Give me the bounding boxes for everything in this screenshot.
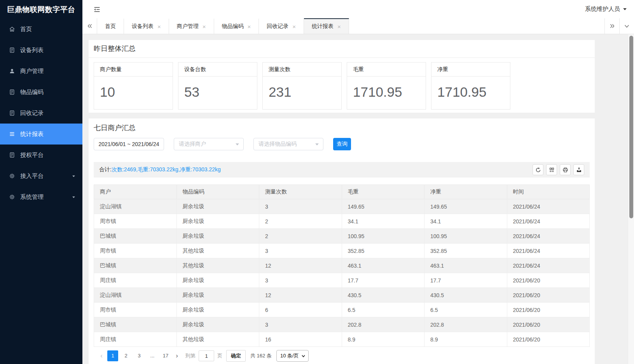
close-tab-icon[interactable]: × <box>292 24 296 30</box>
stat-card-value: 1710.95 <box>431 77 510 108</box>
search-button[interactable]: 查询 <box>333 138 351 150</box>
tab-item-codes[interactable]: 物品编码 × <box>214 18 259 34</box>
close-tab-icon[interactable]: × <box>203 24 206 30</box>
cell-date: 2021/06/24 <box>507 214 590 229</box>
tab-bar: 首页 设备列表 × 商户管理 × 物品编码 × 回收记录 × 统计报表 × <box>82 18 634 34</box>
sidebar-item-label: 系统管理 <box>20 193 44 201</box>
cell-date: 2021/06/20 <box>507 303 590 317</box>
caret-down-icon <box>235 142 239 146</box>
sidebar-item-system-management[interactable]: 系统管理 <box>0 186 82 207</box>
page-number[interactable]: 2 <box>121 350 131 361</box>
sidebar-item-access-platform[interactable]: 接入平台 <box>0 165 82 186</box>
page-size-value: 10 条/页 <box>280 352 299 359</box>
vertical-scrollbar[interactable] <box>628 34 634 364</box>
cell-merchant: 淀山湖镇 <box>94 199 177 214</box>
cell-item-code: 其他垃圾 <box>176 258 259 273</box>
sidebar-item-recycle-records[interactable]: 回收记录 <box>0 103 82 124</box>
sidebar-menu: 首页 设备列表 商户管理 物品编码 回收记录 统计报表 <box>0 19 82 207</box>
caret-down-icon <box>315 142 319 146</box>
page-number[interactable]: 1 <box>107 350 118 361</box>
caret-down-icon <box>72 174 75 178</box>
table-row[interactable]: 周市镇 厨余垃圾 6 6.5 6.5 2021/06/20 <box>94 303 590 317</box>
tabs-dropdown-button[interactable] <box>619 18 634 34</box>
sidebar-item-label: 统计报表 <box>20 131 44 138</box>
refresh-button[interactable] <box>533 164 543 175</box>
cell-merchant: 周庄镇 <box>94 273 177 288</box>
sidebar-item-merchant-management[interactable]: 商户管理 <box>0 61 82 82</box>
close-tab-icon[interactable]: × <box>157 24 161 30</box>
page-number[interactable]: ... <box>147 350 158 361</box>
cell-gross-weight: 352.85 <box>342 244 424 258</box>
goto-page-input[interactable] <box>199 350 214 361</box>
cell-item-code: 其他垃圾 <box>176 244 259 258</box>
scrollbar-thumb[interactable] <box>629 36 633 218</box>
table-row[interactable]: 巴城镇 厨余垃圾 2 100.95 100.95 2021/06/24 <box>94 229 590 244</box>
tab-home[interactable]: 首页 <box>97 18 124 34</box>
cell-date: 2021/06/20 <box>507 273 590 288</box>
cell-merchant: 巴城镇 <box>94 258 177 273</box>
cell-merchant: 巴城镇 <box>94 317 177 332</box>
table-column-header: 物品编码 <box>176 185 259 199</box>
close-tab-icon[interactable]: × <box>248 24 251 30</box>
tab-merchant-management[interactable]: 商户管理 × <box>169 18 214 34</box>
table-column-header: 净重 <box>424 185 507 199</box>
sidebar-item-item-codes[interactable]: 物品编码 <box>0 82 82 103</box>
cell-net-weight: 352.85 <box>424 244 507 258</box>
date-range-input[interactable] <box>94 138 164 150</box>
stat-card-device-count: 设备台数 53 <box>178 62 257 110</box>
next-page-icon[interactable]: › <box>172 350 182 361</box>
goto-confirm-button[interactable]: 确定 <box>226 350 246 362</box>
stat-card-label: 净重 <box>431 63 510 77</box>
prev-page-icon[interactable]: ‹ <box>97 350 106 361</box>
cell-gross-weight: 430.5 <box>342 288 424 303</box>
goto-label: 到第 <box>185 352 196 359</box>
table-row[interactable]: 淀山湖镇 厨余垃圾 12 430.5 430.5 2021/06/20 <box>94 288 590 303</box>
table-row[interactable]: 周市镇 厨余垃圾 2 34.1 34.1 2021/06/24 <box>94 214 590 229</box>
sidebar-item-label: 设备列表 <box>20 47 44 54</box>
sidebar: 巨鼎物联网数字平台 首页 设备列表 商户管理 物品编码 回收记录 <box>0 0 82 364</box>
table-column-header: 测量次数 <box>259 185 342 199</box>
app-title: 巨鼎物联网数字平台 <box>0 0 82 19</box>
stat-card-net-weight: 净重 1710.95 <box>431 62 510 110</box>
chevrons-left-icon <box>87 23 93 29</box>
tab-label: 设备列表 <box>132 23 154 30</box>
tab-device-list[interactable]: 设备列表 × <box>124 18 169 34</box>
page-size-select[interactable]: 10 条/页 <box>276 350 309 362</box>
cell-date: 2021/06/20 <box>507 317 590 332</box>
sidebar-item-home[interactable]: 首页 <box>0 19 82 40</box>
cell-measure-count: 12 <box>259 288 342 303</box>
sidebar-item-device-list[interactable]: 设备列表 <box>0 40 82 61</box>
table-row[interactable]: 巴城镇 其他垃圾 12 463.1 463.1 2021/06/24 <box>94 258 590 273</box>
cell-measure-count: 2 <box>259 229 342 244</box>
sidebar-item-label: 接入平台 <box>20 172 44 180</box>
page-number[interactable]: 3 <box>134 350 145 361</box>
sidebar-item-statistics-report[interactable]: 统计报表 <box>0 124 82 145</box>
cell-net-weight: 34.1 <box>424 214 507 229</box>
cell-date: 2021/06/24 <box>507 199 590 214</box>
tabs-scroll-right-button[interactable] <box>604 18 619 34</box>
item-code-select[interactable]: 请选择物品编码 <box>253 138 323 150</box>
table-column-header: 毛重 <box>342 185 424 199</box>
column-settings-button[interactable] <box>546 164 557 175</box>
table-row[interactable]: 周庄镇 厨余垃圾 3 17.7 17.7 2021/06/20 <box>94 273 590 288</box>
tab-recycle-records[interactable]: 回收记录 × <box>259 18 304 34</box>
item-code-select-placeholder: 请选择物品编码 <box>258 141 297 148</box>
chevrons-right-icon <box>609 23 615 29</box>
sidebar-fold-icon[interactable] <box>93 5 101 13</box>
merchant-select-placeholder: 请选择商户 <box>179 141 206 148</box>
table-row[interactable]: 巴城镇 厨余垃圾 3 202.8 202.8 2021/06/20 <box>94 317 590 332</box>
user-menu[interactable]: 系统维护人员 <box>585 0 627 18</box>
cell-gross-weight: 34.1 <box>342 214 424 229</box>
table-row[interactable]: 周市镇 其他垃圾 3 352.85 352.85 2021/06/24 <box>94 244 590 258</box>
export-button[interactable] <box>573 164 584 175</box>
merchant-select[interactable]: 请选择商户 <box>174 138 244 150</box>
tab-statistics-report[interactable]: 统计报表 × <box>304 18 349 34</box>
cell-merchant: 周市镇 <box>94 244 177 258</box>
print-button[interactable] <box>560 164 571 175</box>
close-tab-icon[interactable]: × <box>337 24 341 30</box>
page-number[interactable]: 17 <box>160 350 171 361</box>
sidebar-item-authorized-platform[interactable]: 授权平台 <box>0 145 82 165</box>
tabs-scroll-left-button[interactable] <box>82 18 97 34</box>
table-row[interactable]: 周庄镇 其他垃圾 16 8.9 8.9 2021/06/20 <box>94 332 590 347</box>
table-row[interactable]: 淀山湖镇 厨余垃圾 3 149.65 149.65 2021/06/24 <box>94 199 590 214</box>
